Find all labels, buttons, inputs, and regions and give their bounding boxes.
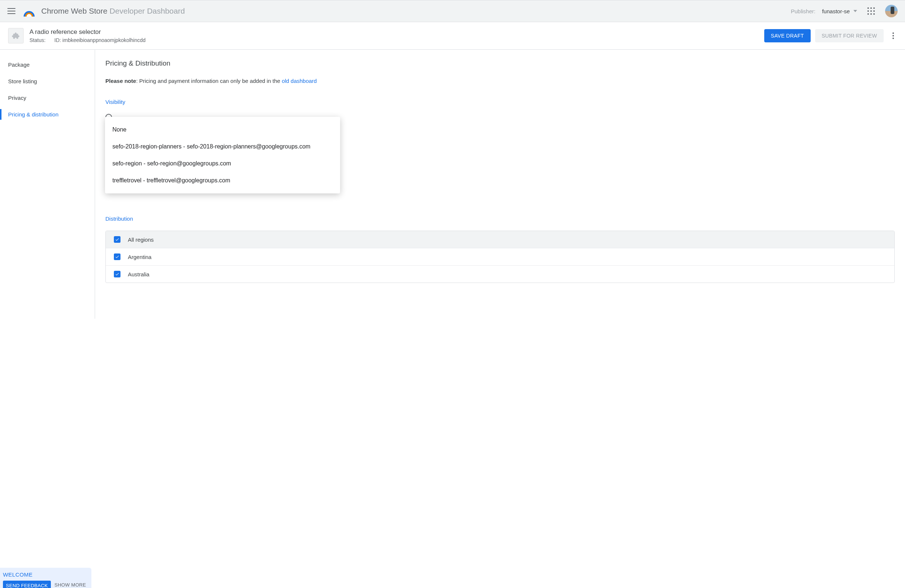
top-header: Chrome Web Store Developer Dashboard Pub… [0,0,905,22]
region-checkbox[interactable] [114,254,121,260]
extension-id: ID: imbkeeibioanppnoaomjpkokolhincdd [54,37,146,43]
extension-subheader: A radio reference selector Status: ID: i… [0,22,905,50]
header-title-light: Developer Dashboard [110,6,184,16]
sidebar-item-pricing-distribution[interactable]: Pricing & distribution [0,106,95,123]
region-label: All regions [128,236,154,243]
sidebar-item-store-listing[interactable]: Store listing [0,73,95,90]
main-content: Pricing & Distribution Please note: Pric… [95,50,905,319]
group-select-dropdown: None sefo-2018-region-planners - sefo-20… [105,117,340,193]
distribution-section-label: Distribution [105,216,895,222]
region-label: Argentina [128,254,151,260]
dropdown-option-none[interactable]: None [105,121,340,138]
caret-down-icon [853,10,857,12]
old-dashboard-link[interactable]: old dashboard [282,78,317,84]
visibility-section-label: Visibility [105,99,895,105]
sidebar-item-privacy[interactable]: Privacy [0,90,95,106]
pricing-note: Please note: Pricing and payment informa… [105,78,895,84]
extension-status-label: Status: [30,37,46,43]
dropdown-option-sefo-2018[interactable]: sefo-2018-region-planners - sefo-2018-re… [105,138,340,155]
distribution-row-all[interactable]: All regions [106,231,894,248]
distribution-row-argentina[interactable]: Argentina [106,248,894,266]
google-apps-icon[interactable] [867,7,875,15]
publisher-value: funastor-se [822,8,850,14]
save-draft-button[interactable]: SAVE DRAFT [764,29,811,42]
sidebar-nav: Package Store listing Privacy Pricing & … [0,50,95,319]
dropdown-option-treffletrovel[interactable]: treffletrovel - treffletrovel@googlegrou… [105,172,340,189]
region-checkbox[interactable] [114,271,121,277]
user-avatar[interactable] [885,5,898,17]
page-title: Pricing & Distribution [105,59,895,67]
distribution-row-australia[interactable]: Australia [106,266,894,282]
distribution-table: All regions Argentina Australia [105,231,895,283]
hamburger-menu-icon[interactable] [7,8,16,14]
dropdown-option-sefo-region[interactable]: sefo-region - sefo-region@googlegroups.c… [105,155,340,172]
submit-review-button[interactable]: SUBMIT FOR REVIEW [815,29,884,42]
region-label: Australia [128,271,149,277]
more-options-icon[interactable] [889,30,897,42]
publisher-select[interactable]: funastor-se [822,8,857,14]
region-checkbox[interactable] [114,236,121,243]
sidebar-item-package[interactable]: Package [0,56,95,73]
chrome-webstore-logo-icon [24,6,35,17]
publisher-label: Publisher: [791,8,816,14]
header-title-strong: Chrome Web Store [41,6,107,16]
extension-placeholder-icon [8,28,24,43]
extension-title: A radio reference selector [30,29,764,36]
